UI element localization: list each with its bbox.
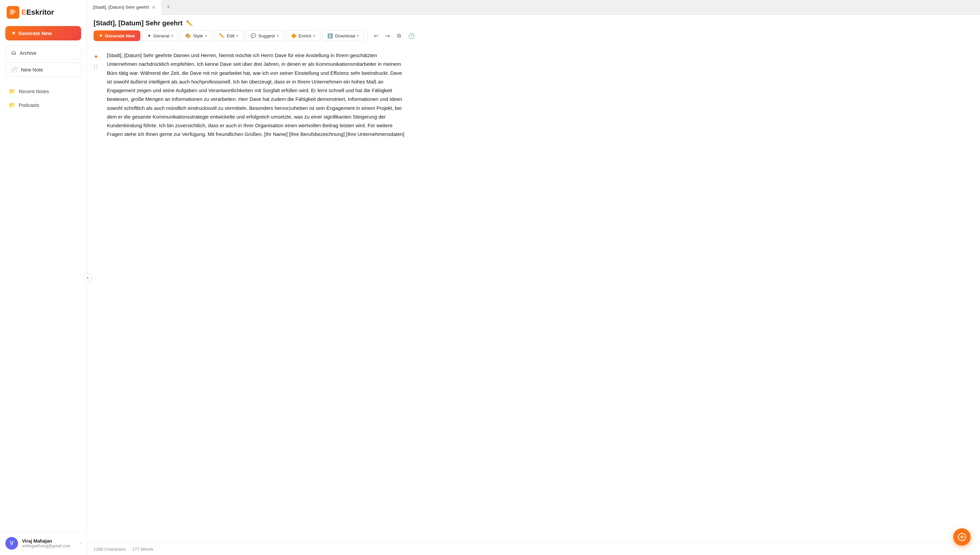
drag-handle-dot: [96, 69, 97, 69]
svg-rect-3: [10, 14, 13, 14]
new-note-button[interactable]: 📄 New Note: [5, 63, 81, 77]
toolbar-style-button[interactable]: 🎨 Style ▾: [180, 30, 212, 41]
toolbar-general-button[interactable]: ✦ General ▾: [142, 30, 178, 41]
edit-icon: ✏️: [219, 33, 225, 38]
generate-new-button[interactable]: ✦ Generate New: [5, 26, 81, 40]
document-title-bar: [Stadt], [Datum] Sehr geehrt ✏️: [87, 15, 980, 27]
svg-rect-1: [10, 11, 16, 12]
toolbar-suggest-button[interactable]: 💬 Suggest ▾: [245, 30, 284, 41]
word-count: 177 Words: [132, 547, 153, 552]
user-name: Viraj Mahajan: [22, 538, 75, 544]
toolbar-history-button[interactable]: 🕐: [406, 31, 417, 41]
toolbar-generate-button[interactable]: ✦ Generate New: [93, 30, 140, 41]
toolbar-copy-button[interactable]: ⧉: [395, 31, 404, 41]
sidebar-item-recent-notes[interactable]: 📁 Recent Notes: [5, 85, 81, 98]
document-title: [Stadt], [Datum] Sehr geehrt: [93, 19, 183, 27]
tabs-bar: [Stadt], [Datum] Sehr geehrt ✕ +: [87, 0, 980, 15]
suggest-chevron-icon: ▾: [277, 34, 279, 38]
document-body[interactable]: [Stadt], [Datum] Sehr geehrte Damen und …: [107, 51, 407, 139]
drag-handle-dot: [96, 66, 97, 67]
enrich-icon: 🔶: [291, 33, 297, 38]
toolbar-download-button[interactable]: ⬇️ Download ▾: [322, 30, 364, 41]
style-chevron-icon: ▾: [205, 34, 207, 38]
download-icon: ⬇️: [327, 33, 333, 38]
tab-label: [Stadt], [Datum] Sehr geehrt: [93, 5, 149, 10]
toolbar-undo-button[interactable]: ↩: [371, 31, 381, 41]
user-info: Viraj Mahajan writingwithviraj@gmail.com: [22, 538, 75, 548]
logo: EEskritor: [7, 6, 54, 19]
user-email: writingwithviraj@gmail.com: [22, 544, 75, 548]
logo-text: EEskritor: [21, 8, 54, 17]
general-chevron-icon: ▾: [172, 34, 173, 38]
drag-handle-dot: [94, 66, 95, 67]
sidebar: EEskritor ✦ Generate New 🗂 Archive 📄 New…: [0, 0, 87, 555]
logo-icon: [7, 6, 19, 19]
folder-icon: 📁: [9, 88, 15, 95]
tab-document[interactable]: [Stadt], [Datum] Sehr geehrt ✕: [87, 0, 162, 15]
spark-icon: ✦: [11, 30, 16, 36]
toolbar: ✦ Generate New ✦ General ▾ 🎨 Style ▾ ✏️ …: [87, 27, 980, 45]
toolbar-redo-button[interactable]: ↪: [383, 31, 393, 41]
sidebar-nav: 📁 Recent Notes 📁 Podcasts: [0, 85, 87, 112]
toolbar-separator: [367, 31, 368, 40]
edit-title-icon[interactable]: ✏️: [186, 20, 193, 26]
logo-area: EEskritor: [0, 0, 87, 23]
chevron-right-icon[interactable]: ›: [80, 541, 81, 546]
edit-chevron-icon: ▾: [236, 34, 239, 38]
general-icon: ✦: [147, 33, 151, 38]
content-area[interactable]: ✦ [Stadt], [Datum] Sehr geehrte Damen un…: [87, 45, 980, 543]
new-note-icon: 📄: [11, 66, 18, 73]
drag-handle-dot: [96, 64, 97, 66]
toolbar-enrich-button[interactable]: 🔶 Enrich ▾: [286, 30, 320, 41]
suggest-icon: 💬: [250, 33, 256, 38]
collapse-sidebar-button[interactable]: «: [83, 273, 92, 282]
archive-button[interactable]: 🗂 Archive: [5, 46, 81, 60]
toolbar-spark-icon: ✦: [99, 33, 103, 38]
style-icon: 🎨: [185, 33, 191, 38]
tab-add-button[interactable]: +: [162, 0, 175, 15]
character-count: 1288 Characters: [93, 547, 125, 552]
toolbar-edit-button[interactable]: ✏️ Edit ▾: [214, 30, 244, 41]
folder-icon-2: 📁: [9, 102, 15, 108]
status-bar: 1288 Characters 177 Words: [87, 543, 980, 555]
main-content: [Stadt], [Datum] Sehr geehrt ✕ + [Stadt]…: [87, 0, 980, 555]
chat-fab-button[interactable]: [953, 528, 970, 545]
tab-close-icon[interactable]: ✕: [152, 5, 156, 10]
download-chevron-icon: ▾: [357, 34, 359, 38]
user-profile[interactable]: V Viraj Mahajan writingwithviraj@gmail.c…: [0, 531, 87, 555]
avatar: V: [5, 537, 18, 550]
archive-icon: 🗂: [11, 50, 16, 56]
sparkle-icon: ✦: [93, 53, 99, 61]
drag-handle-dot: [94, 64, 95, 66]
svg-rect-0: [10, 10, 14, 10]
svg-rect-2: [10, 12, 15, 13]
drag-handle-dot: [94, 69, 95, 69]
enrich-chevron-icon: ▾: [313, 34, 315, 38]
sidebar-item-podcasts[interactable]: 📁 Podcasts: [5, 98, 81, 112]
